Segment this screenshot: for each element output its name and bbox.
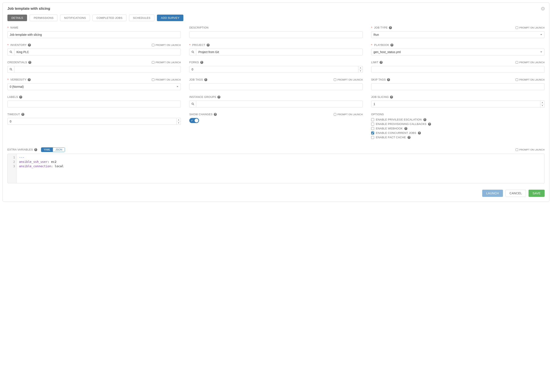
svg-line-4: [193, 52, 194, 53]
mode-json-button[interactable]: JSON: [53, 147, 65, 152]
verbosity-select[interactable]: [7, 83, 181, 90]
playbook-select[interactable]: [371, 49, 545, 55]
limit-label: LIMIT: [371, 61, 378, 64]
job-type-label: JOB TYPE: [374, 26, 388, 29]
tab-details[interactable]: DETAILS: [7, 14, 27, 21]
field-verbosity: *VERBOSITY? PROMPT ON LAUNCH: [7, 78, 181, 90]
inventory-label: INVENTORY: [10, 43, 27, 47]
svg-line-6: [11, 70, 12, 71]
cancel-button[interactable]: CANCEL: [505, 190, 526, 197]
tab-permissions[interactable]: PERMISSIONS: [30, 14, 57, 21]
help-icon[interactable]: ?: [28, 78, 31, 81]
limit-prompt[interactable]: PROMPT ON LAUNCH: [516, 61, 545, 64]
help-icon[interactable]: ?: [28, 61, 31, 64]
help-icon[interactable]: ?: [423, 118, 426, 121]
inventory-input[interactable]: [14, 49, 181, 55]
credentials-input[interactable]: [14, 66, 181, 73]
help-icon[interactable]: ?: [217, 96, 220, 98]
description-label: DESCRIPTION: [189, 26, 209, 29]
forks-input[interactable]: [189, 66, 359, 73]
launch-button[interactable]: LAUNCH: [482, 190, 503, 197]
extra-vars-mode-toggle: YAML JSON: [41, 147, 65, 152]
show-changes-toggle[interactable]: [189, 118, 199, 123]
help-icon[interactable]: ?: [389, 26, 392, 29]
job-type-prompt[interactable]: PROMPT ON LAUNCH: [516, 26, 545, 29]
labels-label: LABELS: [7, 96, 18, 98]
help-icon[interactable]: ?: [28, 43, 31, 47]
field-labels: LABELS?: [7, 95, 181, 107]
field-skip-tags: SKIP TAGS? PROMPT ON LAUNCH: [371, 78, 545, 90]
mode-yaml-button[interactable]: YAML: [41, 147, 53, 152]
help-icon[interactable]: ?: [387, 78, 390, 81]
tabs: DETAILS PERMISSIONS NOTIFICATIONS COMPLE…: [7, 14, 545, 21]
limit-input[interactable]: [371, 66, 545, 73]
help-icon[interactable]: ?: [214, 113, 217, 116]
option-fact-cache[interactable]: ENABLE FACT CACHE?: [371, 136, 545, 139]
search-icon[interactable]: [189, 101, 196, 107]
svg-point-5: [10, 68, 11, 70]
option-privilege-escalation[interactable]: ENABLE PRIVILEGE ESCALATION?: [371, 118, 545, 121]
chevron-up-icon[interactable]: ▲: [177, 118, 181, 122]
job-tags-prompt[interactable]: PROMPT ON LAUNCH: [334, 78, 363, 81]
skip-tags-label: SKIP TAGS: [371, 78, 386, 81]
help-icon[interactable]: ?: [21, 113, 24, 116]
chevron-up-icon[interactable]: ▲: [540, 101, 544, 104]
help-icon[interactable]: ?: [408, 136, 410, 139]
tab-notifications[interactable]: NOTIFICATIONS: [60, 14, 90, 21]
instance-groups-label: INSTANCE GROUPS: [189, 96, 216, 98]
help-icon[interactable]: ?: [418, 132, 421, 134]
chevron-down-icon[interactable]: ▼: [177, 122, 181, 125]
name-input[interactable]: [7, 31, 181, 38]
credentials-prompt[interactable]: PROMPT ON LAUNCH: [152, 61, 181, 64]
job-type-select[interactable]: [371, 31, 545, 38]
help-icon[interactable]: ?: [19, 96, 22, 98]
tab-completed-jobs[interactable]: COMPLETED JOBS: [92, 14, 127, 21]
search-icon[interactable]: [189, 49, 196, 55]
job-tags-input[interactable]: [189, 83, 363, 90]
project-input[interactable]: [196, 49, 363, 55]
help-icon[interactable]: ?: [390, 96, 393, 98]
help-icon[interactable]: ?: [34, 148, 37, 151]
tab-schedules[interactable]: SCHEDULES: [129, 14, 154, 21]
help-icon[interactable]: ?: [204, 78, 207, 81]
inventory-prompt[interactable]: PROMPT ON LAUNCH: [152, 44, 181, 46]
svg-line-2: [11, 52, 12, 53]
search-icon[interactable]: [7, 49, 14, 55]
skip-tags-input[interactable]: [371, 83, 545, 90]
code-content[interactable]: --- ansible_ssh_user: ec2 ansible_connec…: [17, 154, 66, 183]
save-button[interactable]: SAVE: [529, 190, 545, 197]
timeout-label: TIMEOUT: [7, 113, 20, 116]
help-icon[interactable]: ?: [380, 61, 382, 64]
search-icon[interactable]: [7, 66, 14, 73]
extra-vars-prompt[interactable]: PROMPT ON LAUNCH: [516, 148, 545, 151]
help-icon[interactable]: ?: [428, 123, 431, 126]
chevron-down-icon[interactable]: ▼: [359, 70, 362, 73]
option-provisioning-callbacks[interactable]: ENABLE PROVISIONING CALLBACKS?: [371, 122, 545, 126]
skip-tags-prompt[interactable]: PROMPT ON LAUNCH: [516, 78, 545, 81]
chevron-up-icon[interactable]: ▲: [359, 66, 362, 70]
instance-groups-input[interactable]: [196, 101, 363, 107]
chevron-down-icon[interactable]: ▼: [540, 104, 544, 107]
option-webhook[interactable]: ENABLE WEBHOOK?: [371, 127, 545, 130]
name-label: NAME: [10, 26, 18, 29]
help-icon[interactable]: ?: [200, 61, 203, 64]
show-changes-prompt[interactable]: PROMPT ON LAUNCH: [334, 113, 363, 116]
project-label: PROJECT: [192, 43, 205, 47]
field-limit: LIMIT? PROMPT ON LAUNCH: [371, 61, 545, 73]
help-icon[interactable]: ?: [207, 43, 210, 47]
field-job-tags: JOB TAGS? PROMPT ON LAUNCH: [189, 78, 363, 90]
help-icon[interactable]: ?: [404, 127, 407, 130]
help-icon[interactable]: ?: [390, 43, 393, 47]
labels-input[interactable]: [7, 101, 181, 107]
extra-vars-editor[interactable]: 123 --- ansible_ssh_user: ec2 ansible_co…: [7, 154, 545, 183]
field-inventory: *INVENTORY? PROMPT ON LAUNCH: [7, 43, 181, 55]
close-icon[interactable]: [541, 7, 545, 11]
timeout-input[interactable]: [7, 118, 177, 125]
description-input[interactable]: [189, 31, 363, 38]
field-project: *PROJECT?: [189, 43, 363, 55]
job-slicing-input[interactable]: [371, 101, 540, 107]
job-tags-label: JOB TAGS: [189, 78, 203, 81]
option-concurrent-jobs[interactable]: ENABLE CONCURRENT JOBS?: [371, 131, 545, 134]
verbosity-prompt[interactable]: PROMPT ON LAUNCH: [152, 78, 181, 81]
tab-add-survey[interactable]: ADD SURVEY: [157, 14, 183, 21]
